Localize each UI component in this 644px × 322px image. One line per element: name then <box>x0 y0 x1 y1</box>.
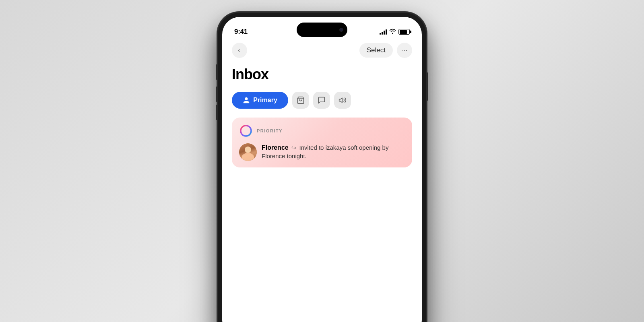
priority-header: PRIORITY <box>239 124 405 138</box>
battery-fill <box>400 30 407 34</box>
signal-bar-1 <box>380 33 381 35</box>
chat-icon <box>318 96 326 104</box>
more-button[interactable]: ··· <box>397 43 412 58</box>
phone-screen: 9:41 <box>222 17 422 322</box>
priority-label: PRIORITY <box>257 128 283 133</box>
status-time: 9:41 <box>234 28 248 36</box>
nav-right: Select ··· <box>359 43 412 58</box>
priority-card[interactable]: PRIORITY Florence ↪ Invited to izakaya s… <box>232 118 412 167</box>
signal-bar-2 <box>382 32 383 35</box>
tab-promotions[interactable] <box>334 92 351 109</box>
avatar <box>239 143 257 161</box>
nav-row: ‹ Select ··· <box>232 43 412 58</box>
wifi-icon <box>389 29 396 35</box>
back-chevron-icon: ‹ <box>238 47 240 54</box>
camera-dot <box>339 28 343 32</box>
phone-wrapper: 9:41 <box>217 12 427 322</box>
svg-marker-1 <box>339 98 343 103</box>
page-title: Inbox <box>232 66 412 83</box>
tab-primary[interactable]: Primary <box>232 92 288 109</box>
tab-primary-label: Primary <box>253 97 277 104</box>
priority-icon <box>239 124 253 138</box>
back-button[interactable]: ‹ <box>232 43 247 58</box>
tab-social[interactable] <box>313 92 330 109</box>
select-button[interactable]: Select <box>359 43 393 58</box>
email-row: Florence ↪ Invited to izakaya soft openi… <box>239 143 405 161</box>
email-sender: Florence <box>262 144 289 151</box>
avatar-image <box>239 143 257 161</box>
app-content: ‹ Select ··· Inbox <box>222 39 422 167</box>
megaphone-icon <box>339 96 347 104</box>
signal-bar-4 <box>386 29 387 35</box>
tab-shopping[interactable] <box>292 92 309 109</box>
filter-tabs: Primary <box>232 92 412 109</box>
cart-icon <box>297 96 305 104</box>
svg-point-2 <box>241 126 251 136</box>
person-icon <box>243 97 250 104</box>
forward-icon: ↪ <box>291 144 296 151</box>
phone-frame: 9:41 <box>217 12 427 322</box>
battery-icon <box>398 29 410 35</box>
dynamic-island <box>297 23 347 37</box>
more-dots-icon: ··· <box>401 47 408 54</box>
signal-bars-icon <box>380 29 387 35</box>
colorful-ring-icon <box>239 124 252 137</box>
signal-bar-3 <box>384 31 385 35</box>
status-icons <box>380 29 410 35</box>
email-content: Florence ↪ Invited to izakaya soft openi… <box>262 143 405 160</box>
